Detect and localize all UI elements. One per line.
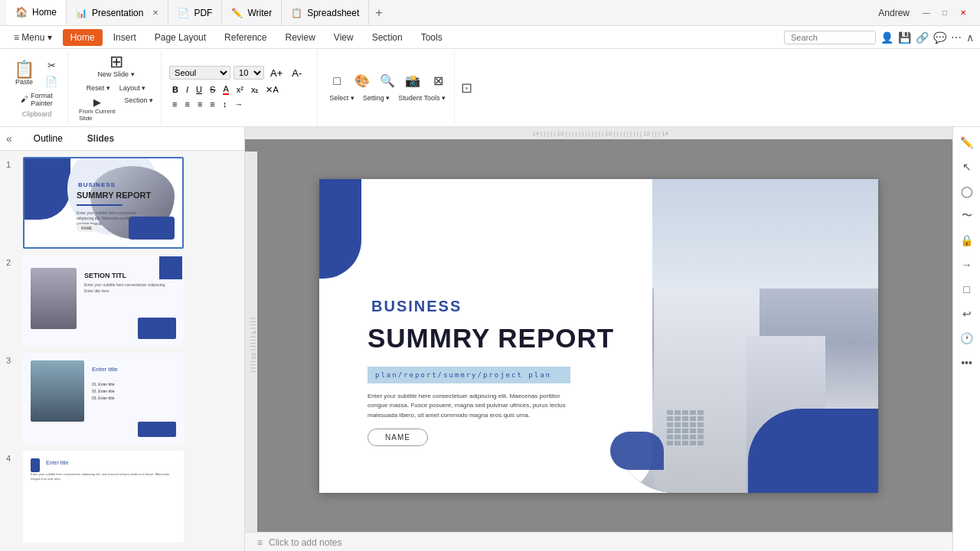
s2-blue-shape (138, 318, 176, 339)
close-button[interactable]: ✕ (959, 8, 968, 18)
window-controls: — □ ✕ (916, 8, 974, 18)
clock-icon[interactable]: 🕐 (958, 329, 976, 347)
maximize-button[interactable]: □ (940, 8, 949, 18)
bold-button[interactable]: B (169, 84, 181, 95)
new-slide-button[interactable]: ⊞ New Slide ▾ (95, 52, 138, 80)
pencil-icon[interactable]: ✏️ (958, 133, 976, 152)
arrange-button[interactable]: ⊠ (426, 72, 449, 90)
ms-subtitle-bar[interactable]: plan/report/summry/project plan (368, 367, 570, 383)
add-tab-button[interactable]: + (369, 6, 388, 20)
from-current-button[interactable]: ▶ From CurrentSlide (76, 95, 119, 123)
slide-item-4[interactable]: 4 Enter title Enter your subtitle here c… (6, 451, 238, 543)
underline-button[interactable]: U (193, 84, 205, 95)
tab-ribbon-section[interactable]: Section (364, 29, 410, 46)
slide-thumb-3[interactable]: Enter title 01. Enter title02. Enter tit… (23, 353, 184, 445)
line-spacing-button[interactable]: ↕ (220, 99, 230, 109)
align-center-button[interactable]: ≡ (182, 99, 193, 109)
toolbar-icon-5[interactable]: ⋯ (951, 31, 962, 44)
subscript-button[interactable]: x₂ (248, 84, 262, 96)
slide-thumb-1[interactable]: BUSINESS SUMMRY REPORT Enter your subtit… (23, 157, 184, 249)
clipboard-group: 📋 Paste ✂ 📄 🖌 FormatPainter Clipboard (6, 51, 68, 125)
notes-icon: ≡ (257, 537, 263, 548)
main-slide-canvas[interactable]: BUSINESS SUMMRY REPORT plan/report/summr… (319, 179, 878, 493)
setting-button[interactable]: Setting ▾ (360, 93, 394, 103)
presentation-tab-close[interactable]: ✕ (152, 8, 158, 17)
collapse-button[interactable]: « (6, 132, 12, 145)
menu-button[interactable]: ≡ Menu ▾ (6, 29, 60, 46)
fill-button[interactable]: 🎨 (351, 72, 374, 90)
undo-icon[interactable]: ↩ (958, 305, 976, 323)
slide-panel: « Outline Slides 1 BUSINESS SUMMRY REPOR… (0, 127, 245, 551)
cut-button[interactable]: ✂ (40, 58, 63, 73)
font-size-select[interactable]: 10 (234, 66, 264, 80)
font-color-button[interactable]: A (220, 83, 231, 96)
search-input[interactable] (784, 31, 876, 44)
indent-button[interactable]: → (231, 99, 246, 109)
outline-tab[interactable]: Outline (24, 130, 72, 147)
strikethrough-button[interactable]: S (207, 84, 218, 95)
toolbar-icon-2[interactable]: 💾 (898, 31, 911, 44)
tab-pdf[interactable]: 📄 PDF (168, 0, 222, 25)
select-button[interactable]: Select ▾ (326, 93, 358, 103)
more-icon[interactable]: ••• (958, 354, 976, 372)
shapes-button[interactable]: □ (325, 73, 348, 90)
zoom-button[interactable]: 🔍 (376, 72, 399, 90)
align-right-button[interactable]: ≡ (194, 99, 205, 109)
screenshot-button[interactable]: 📸 (401, 72, 424, 90)
lock-icon[interactable]: 🔒 (958, 231, 976, 249)
arrow-right-icon[interactable]: → (958, 256, 976, 274)
font-select[interactable]: Seoul (169, 66, 230, 80)
tab-ribbon-home[interactable]: Home (63, 29, 103, 46)
minimize-button[interactable]: — (922, 8, 931, 18)
tab-home[interactable]: 🏠 Home (6, 0, 67, 25)
s4-title: Enter title (46, 460, 69, 465)
main-area: « Outline Slides 1 BUSINESS SUMMRY REPOR… (0, 127, 980, 551)
toolbar-icon-3[interactable]: 🔗 (916, 31, 929, 44)
toolbar-icon-6[interactable]: ∧ (966, 31, 974, 44)
justify-button[interactable]: ≡ (207, 99, 217, 109)
tab-ribbon-insert[interactable]: Insert (106, 29, 144, 46)
slide-format-icon[interactable]: ⊡ (461, 80, 472, 96)
reset-button[interactable]: Reset ▾ (83, 83, 113, 93)
tab-ribbon-view[interactable]: View (326, 29, 361, 46)
student-tools-button[interactable]: Student Tools ▾ (395, 93, 449, 103)
layout-button[interactable]: Layout ▾ (116, 83, 149, 93)
tab-ribbon-review[interactable]: Review (277, 29, 322, 46)
ribbon-tabs: ≡ Menu ▾ Home Insert Page Layout Referen… (0, 26, 980, 49)
ms-name-button[interactable]: NAME (368, 429, 428, 446)
ms-bg-top-left (319, 179, 361, 279)
notes-bar[interactable]: ≡ Click to add notes (245, 532, 952, 551)
right-panel: ✏️ ↖ ◯ 〜 🔒 → □ ↩ 🕐 ••• (952, 127, 980, 551)
font-shrink-button[interactable]: A- (289, 67, 305, 80)
cursor-icon[interactable]: ↖ (958, 158, 976, 176)
superscript-button[interactable]: x² (234, 84, 247, 95)
align-left-button[interactable]: ≡ (169, 99, 180, 109)
toolbar-icon-1[interactable]: 👤 (880, 31, 893, 44)
tab-ribbon-tools[interactable]: Tools (413, 29, 450, 46)
format-painter-button[interactable]: 🖌 FormatPainter (18, 90, 56, 109)
copy-button[interactable]: 📄 (40, 74, 63, 89)
tab-presentation[interactable]: 📊 Presentation ✕ (67, 0, 168, 25)
wave-icon[interactable]: 〜 (958, 207, 976, 225)
s2-text: Enter your subtitle here consectetuer ad… (84, 282, 168, 294)
italic-button[interactable]: I (183, 84, 191, 95)
slide-thumb-2[interactable]: SETION TITL Enter your subtitle here con… (23, 255, 184, 347)
slide-item-2[interactable]: 2 SETION TITL Enter your subtitle here c… (6, 255, 238, 347)
slide-item-1[interactable]: 1 BUSINESS SUMMRY REPORT Enter your subt… (6, 157, 238, 249)
ms-title-lg: SUMMRY REPORT (368, 323, 614, 354)
box-icon[interactable]: □ (958, 280, 976, 298)
tab-ribbon-pagelayout[interactable]: Page Layout (147, 29, 214, 46)
section-button[interactable]: Section ▾ (122, 95, 157, 123)
tab-spreadsheet[interactable]: 📋 Spreadsheet (282, 0, 369, 25)
circle-icon[interactable]: ◯ (958, 182, 976, 201)
slide-num-1: 1 (6, 157, 17, 169)
tab-writer[interactable]: ✏️ Writer (222, 0, 282, 25)
toolbar-icon-4[interactable]: 💬 (933, 31, 946, 44)
slide-thumb-4[interactable]: Enter title Enter your subtitle here con… (23, 451, 184, 543)
tab-ribbon-reference[interactable]: Reference (217, 29, 274, 46)
slides-tab[interactable]: Slides (78, 130, 123, 147)
slide-item-3[interactable]: 3 Enter title 01. Enter title02. Enter t… (6, 353, 238, 445)
clear-format-button[interactable]: ✕A (263, 84, 281, 96)
paste-button[interactable]: 📋 Paste (11, 60, 38, 87)
font-grow-button[interactable]: A+ (267, 67, 286, 80)
